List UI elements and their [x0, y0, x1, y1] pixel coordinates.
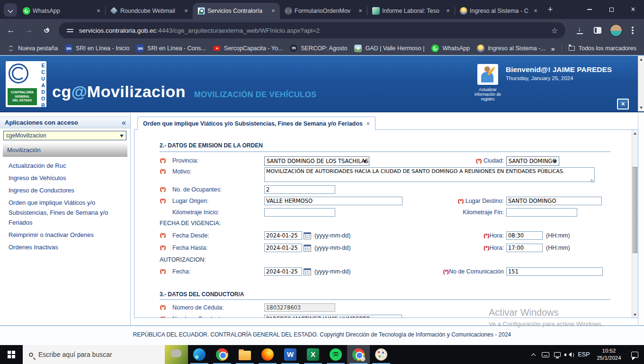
- taskbar-app-firefox[interactable]: [256, 345, 279, 364]
- form-input[interactable]: [506, 208, 577, 217]
- form-input[interactable]: [264, 315, 402, 318]
- site-info-icon[interactable]: [67, 27, 73, 33]
- taskbar-app-edge[interactable]: [188, 345, 211, 364]
- window-close-button[interactable]: [622, 0, 644, 19]
- taskbar: Escribe aquí para buscar ESP 10:52 25/1/…: [0, 345, 644, 364]
- action-center-icon[interactable]: [625, 345, 644, 364]
- required-marker: (*): [160, 268, 166, 274]
- banner-close-button[interactable]: [617, 99, 629, 109]
- scrollbar-thumb[interactable]: [633, 167, 637, 253]
- window-minimize-button[interactable]: [579, 0, 600, 19]
- bookmark-item[interactable]: GAD | Valle Hermoso |: [354, 45, 424, 52]
- bookmark-item[interactable]: Ingreso al Sistema -...: [477, 45, 546, 52]
- bookmarks-overflow-icon[interactable]: [551, 45, 555, 53]
- window-maximize-button[interactable]: [600, 0, 622, 19]
- form-input[interactable]: [506, 197, 602, 205]
- taskbar-app-chrome-profile[interactable]: [347, 345, 370, 364]
- downloads-icon[interactable]: [576, 26, 584, 35]
- reload-button[interactable]: [40, 26, 54, 35]
- form-textarea[interactable]: MOVILIZACIÓN DE AUTORIDADES HACIA LA CIU…: [264, 167, 595, 182]
- url-host: servicios.contraloria.gob.ec: [79, 27, 157, 34]
- side-panel-icon[interactable]: [594, 27, 601, 34]
- form-select[interactable]: SANTO DOMINGO: [506, 156, 559, 166]
- sidebar-item-5[interactable]: Reimprimir o Inactivar Ordenes: [9, 230, 127, 240]
- taskbar-search[interactable]: Escribe aquí para buscar: [23, 345, 165, 364]
- banner-scrollbar[interactable]: [638, 56, 644, 111]
- browser-tab-4[interactable]: FormularioOrdenMov: [280, 3, 367, 19]
- tab-close-icon[interactable]: [269, 7, 277, 15]
- network-icon[interactable]: [551, 345, 563, 364]
- bookmark-item[interactable]: SERCOP: Agosto: [290, 45, 347, 52]
- start-button[interactable]: [0, 345, 23, 364]
- browser-tab-2[interactable]: Roundcube Webmail: [106, 3, 193, 19]
- tab-close-icon[interactable]: [444, 7, 452, 15]
- taskbar-app-explorer[interactable]: [233, 345, 256, 364]
- update-profile-icon[interactable]: [477, 64, 498, 85]
- browser-tab-1[interactable]: WhatsApp: [18, 3, 105, 19]
- scroll-down-icon[interactable]: [634, 314, 636, 316]
- bookmark-item[interactable]: SRI en Línea - Inicio: [65, 45, 129, 52]
- calendar-icon[interactable]: [304, 232, 311, 239]
- required-marker: (*): [483, 233, 489, 238]
- tab-close-icon[interactable]: [357, 7, 364, 15]
- volume-icon[interactable]: [563, 345, 575, 364]
- bookmark-star-icon[interactable]: [551, 26, 558, 35]
- form-input[interactable]: [506, 267, 603, 276]
- taskbar-app-chrome[interactable]: [211, 345, 233, 364]
- sidebar-item-2[interactable]: Ingreso de Vehículos: [9, 173, 127, 183]
- update-profile-caption[interactable]: Actualizar información de registro: [471, 87, 504, 101]
- sidebar-item-4[interactable]: Orden que implique Viáticos y/o Subsiste…: [9, 198, 127, 228]
- form-input[interactable]: [264, 244, 302, 252]
- form-input[interactable]: [506, 231, 543, 240]
- outer-scroll-column: [638, 113, 644, 325]
- back-button[interactable]: ←: [4, 26, 18, 35]
- form-row-fecha-hasta: (*)Fecha Hasta:(yyyy-mm-dd)(*)Hora:(HH:m…: [134, 244, 632, 254]
- sidebar-item-6[interactable]: Ordenes Inactivas: [9, 242, 127, 252]
- tab-close-icon[interactable]: [95, 7, 102, 15]
- sidebar-item-1[interactable]: Actualización de Ruc: [9, 161, 127, 171]
- profile-avatar[interactable]: [610, 24, 622, 36]
- bookmark-item[interactable]: WhatsApp: [431, 45, 470, 52]
- sidebar-collapse-icon[interactable]: [122, 118, 126, 127]
- tab-close-icon[interactable]: [532, 7, 539, 15]
- taskbar-clock[interactable]: 10:52 25/1/2024: [593, 345, 625, 364]
- taskbar-app-excel[interactable]: [302, 345, 324, 364]
- sidebar-group-movilizacion[interactable]: Movilización: [3, 143, 127, 157]
- form-input[interactable]: [506, 244, 543, 252]
- form-input[interactable]: [264, 231, 302, 240]
- new-tab-button[interactable]: [544, 3, 556, 16]
- bookmark-item[interactable]: Nueva pestaña: [7, 45, 58, 52]
- browser-tab-6[interactable]: Ingreso al Sistema - C: [455, 3, 542, 19]
- sidebar-item-3[interactable]: Ingreso de Conductores: [9, 185, 127, 195]
- tab-search-button[interactable]: [4, 3, 17, 17]
- taskbar-app-paint[interactable]: [370, 345, 393, 364]
- form-input[interactable]: [264, 185, 335, 194]
- brand-prefix: cg: [52, 82, 72, 101]
- content-tab-orden-viaticos[interactable]: Orden que implique Viáticos y/o Subsiste…: [137, 117, 376, 130]
- content-scrollbar[interactable]: [632, 130, 638, 318]
- form-input[interactable]: [264, 267, 302, 276]
- field-label: Número de Cédula:: [172, 304, 224, 311]
- forward-button[interactable]: →: [22, 26, 36, 35]
- language-indicator[interactable]: ESP: [575, 345, 593, 364]
- bookmark-item[interactable]: SRI en Línea - Cons...: [136, 45, 206, 52]
- taskbar-app-spotify[interactable]: [324, 345, 347, 364]
- application-selector[interactable]: cgeMovilizacion: [3, 131, 126, 140]
- browser-menu-icon[interactable]: [632, 29, 634, 31]
- calendar-icon[interactable]: [304, 268, 311, 275]
- touch-keyboard-icon[interactable]: [539, 345, 551, 364]
- taskbar-app-word[interactable]: [279, 345, 302, 364]
- news-widget-image[interactable]: [165, 345, 188, 364]
- all-bookmarks-button[interactable]: Todos los marcadores: [569, 45, 636, 52]
- calendar-icon[interactable]: [304, 245, 311, 252]
- address-bar[interactable]: servicios.contraloria.gob.ec:4443/cge_ar…: [59, 22, 566, 38]
- browser-tab-3[interactable]: Servicios Contraloría: [193, 3, 280, 19]
- browser-tab-5[interactable]: Informe Laboral: Teso: [367, 3, 455, 19]
- form-input[interactable]: [264, 208, 335, 217]
- scroll-up-icon[interactable]: [634, 132, 636, 135]
- tab-close-icon[interactable]: [182, 7, 190, 15]
- tray-show-hidden-icon[interactable]: [528, 345, 539, 364]
- bookmark-item[interactable]: SercopCapacita - Yo...: [213, 45, 283, 52]
- edge-icon: [193, 348, 206, 361]
- content-tab-close-icon[interactable]: [367, 120, 370, 127]
